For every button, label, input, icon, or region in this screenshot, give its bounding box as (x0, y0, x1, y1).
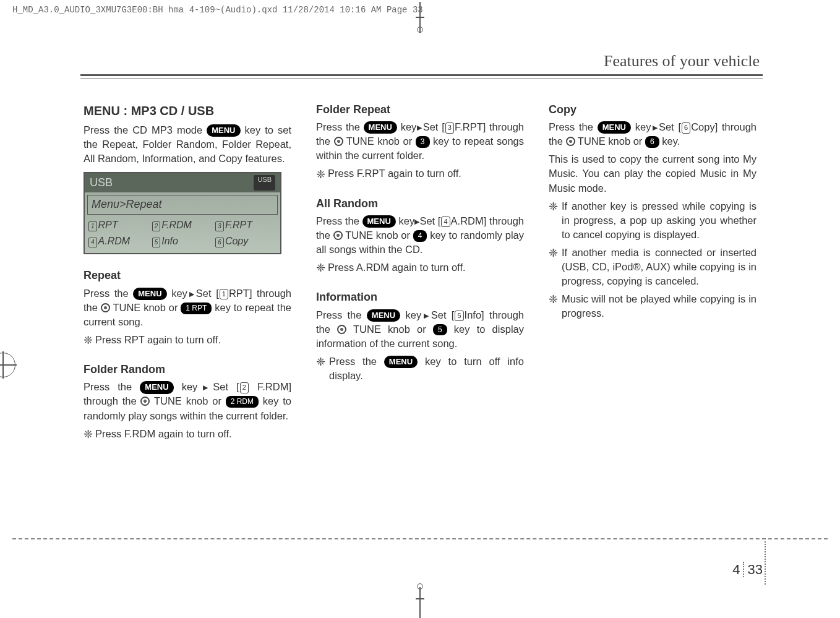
bullet-copy-1: ❈If another key is pressed while copying… (549, 199, 756, 242)
asterisk-icon: ❈ (316, 260, 325, 276)
key-3: 3 (416, 136, 430, 148)
menu-button-label: MENU (140, 381, 173, 393)
bullet-copy-2: ❈If another media is connected or insert… (549, 246, 756, 288)
para-repeat: Press the MENU key▶Set [1RPT] through th… (84, 286, 291, 329)
heading-folder-random: Folder Random (84, 362, 291, 377)
asterisk-icon: ❈ (84, 333, 93, 348)
menu-button-label: MENU (384, 356, 418, 368)
lcd-cell-4: 4A.RDM (87, 233, 151, 249)
tune-knob-icon (566, 137, 575, 146)
chapter-title: Features of your vehicle (604, 52, 760, 71)
asterisk-icon: ❈ (549, 292, 558, 320)
lcd-cell-6: 6Copy (214, 233, 278, 249)
note-rpt-off: ❈Press RPT again to turn off. (84, 333, 291, 348)
asterisk-icon: ❈ (84, 427, 93, 442)
lcd-menu-row: Menu>Repeat (87, 195, 278, 214)
boxnum-2: 2 (240, 382, 249, 393)
key-1-rpt: 1 RPT (181, 303, 212, 314)
key-5: 5 (433, 324, 447, 336)
boxnum-5: 5 (455, 311, 463, 321)
key-2-rdm: 2 RDM (226, 396, 259, 408)
menu-button-label: MENU (364, 121, 397, 134)
boxnum-4: 4 (441, 217, 450, 227)
page-number-divider (765, 538, 766, 585)
heading-all-random: All Random (316, 196, 524, 212)
column-1: MENU : MP3 CD / USB Press the CD MP3 mod… (84, 102, 291, 446)
key-6: 6 (645, 136, 659, 148)
heading-repeat: Repeat (84, 268, 291, 283)
lcd-cell-5: 5Info (151, 233, 215, 249)
lcd-usb-badge: USB (254, 175, 275, 191)
asterisk-icon: ❈ (316, 167, 325, 182)
note-ardm-off: ❈Press A.RDM again to turn off. (316, 260, 524, 276)
para-folder-repeat: Press the MENU key▶Set [3F.RPT] through … (316, 120, 524, 163)
heading-menu-mp3: MENU : MP3 CD / USB (84, 102, 291, 119)
tune-knob-icon (337, 325, 346, 334)
content-columns: MENU : MP3 CD / USB Press the CD MP3 mod… (84, 102, 756, 446)
lcd-cell-3: 3F.RPT (214, 217, 278, 233)
crop-mark-top (416, 2, 424, 33)
menu-button-label: MENU (367, 309, 400, 322)
menu-button-label: MENU (362, 215, 396, 228)
menu-button-label: MENU (598, 121, 631, 134)
boxnum-3: 3 (445, 122, 454, 133)
lcd-title: USB (90, 175, 113, 191)
heading-copy: Copy (549, 102, 756, 118)
para-copy: Press the MENU key▶Set [6Copy] through t… (549, 120, 756, 148)
tune-knob-icon (140, 397, 150, 406)
note-frpt-off: ❈Press F.RPT again to turn off. (316, 166, 524, 182)
heading-folder-repeat: Folder Repeat (316, 102, 524, 118)
para-intro: Press the CD MP3 mode MENU key to set th… (84, 123, 291, 166)
fold-line (12, 538, 828, 539)
crop-mark-left (0, 353, 15, 377)
note-frdm-off: ❈Press F.RDM again to turn off. (84, 427, 291, 442)
rule-thin (80, 78, 763, 79)
asterisk-icon: ❈ (549, 199, 558, 242)
tune-knob-icon (333, 231, 343, 240)
para-copy-desc: This is used to copy the current song in… (549, 152, 756, 195)
file-header-text: H_MD_A3.0_AUDIO_3XMU7G3E00:BH hma 4-109~… (12, 5, 423, 15)
para-folder-random: Press the MENU key▶Set [2 F.RDM] through… (84, 380, 291, 423)
rule-thick (80, 74, 763, 76)
boxnum-1: 1 (220, 289, 228, 299)
lcd-screenshot: USB USB Menu>Repeat 1RPT 2F.RDM 3F.RPT 4… (84, 172, 281, 254)
bullet-copy-3: ❈Music will not be played while copying … (549, 292, 756, 320)
menu-button-label: MENU (133, 288, 166, 300)
note-info-off: ❈Press the MENU key to turn off info dis… (316, 354, 524, 383)
column-3: Copy Press the MENU key▶Set [6Copy] thro… (549, 102, 756, 446)
asterisk-icon: ❈ (549, 246, 558, 288)
menu-button-label: MENU (207, 124, 240, 137)
crop-mark-bottom (416, 581, 424, 618)
lcd-cell-2: 2F.RDM (151, 217, 215, 233)
tune-knob-icon (334, 137, 343, 146)
key-4: 4 (413, 230, 427, 242)
lcd-cell-1: 1RPT (87, 217, 151, 233)
boxnum-6: 6 (682, 122, 690, 133)
column-2: Folder Repeat Press the MENU key▶Set [3F… (316, 102, 524, 446)
heading-information: Information (316, 290, 524, 305)
asterisk-icon: ❈ (316, 354, 325, 383)
para-all-random: Press the MENU key▶Set [4A.RDM] through … (316, 214, 524, 257)
tune-knob-icon (101, 303, 110, 312)
page-number: 433 (732, 562, 763, 578)
para-information: Press the MENU key▶Set [5Info] through t… (316, 308, 524, 351)
